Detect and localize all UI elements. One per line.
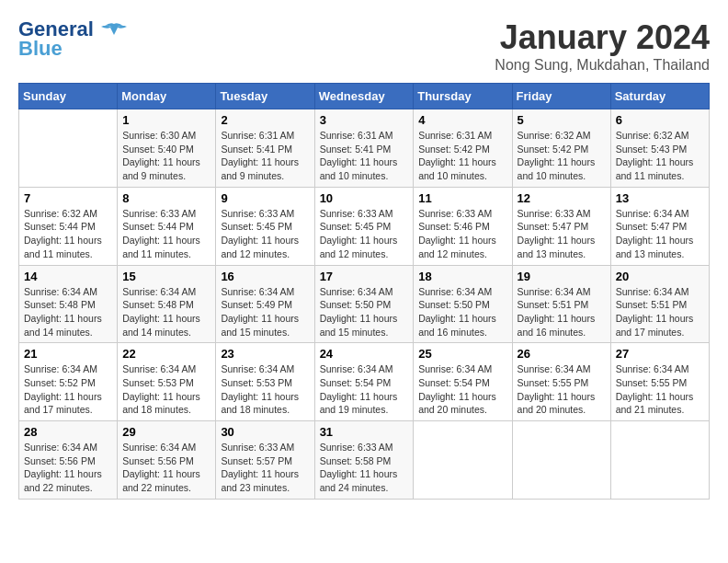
calendar-table: SundayMondayTuesdayWednesdayThursdayFrid… [18,83,710,500]
day-info: Sunrise: 6:34 AM Sunset: 5:50 PM Dayligh… [418,285,506,339]
calendar-cell: 21Sunrise: 6:34 AM Sunset: 5:52 PM Dayli… [19,343,118,421]
calendar-cell: 4Sunrise: 6:31 AM Sunset: 5:42 PM Daylig… [414,109,512,188]
calendar-cell: 18Sunrise: 6:34 AM Sunset: 5:50 PM Dayli… [414,265,512,343]
calendar-cell: 29Sunrise: 6:34 AM Sunset: 5:56 PM Dayli… [118,421,216,500]
day-info: Sunrise: 6:34 AM Sunset: 5:55 PM Dayligh… [518,362,606,417]
calendar-cell: 16Sunrise: 6:34 AM Sunset: 5:49 PM Dayli… [216,265,314,343]
weekday-header-row: SundayMondayTuesdayWednesdayThursdayFrid… [19,84,710,109]
calendar-cell: 26Sunrise: 6:34 AM Sunset: 5:55 PM Dayli… [512,343,610,421]
day-info: Sunrise: 6:34 AM Sunset: 5:50 PM Dayligh… [320,285,409,339]
calendar-week-2: 7Sunrise: 6:32 AM Sunset: 5:44 PM Daylig… [19,187,710,265]
day-info: Sunrise: 6:34 AM Sunset: 5:54 PM Dayligh… [320,362,409,417]
day-info: Sunrise: 6:34 AM Sunset: 5:48 PM Dayligh… [24,285,112,339]
day-number: 31 [320,425,409,439]
day-number: 17 [320,270,409,283]
location: Nong Sung, Mukdahan, Thailand [495,57,710,74]
calendar-cell: 19Sunrise: 6:34 AM Sunset: 5:51 PM Dayli… [512,265,610,343]
calendar-cell: 3Sunrise: 6:31 AM Sunset: 5:41 PM Daylig… [314,109,414,188]
day-number: 21 [24,347,112,361]
day-info: Sunrise: 6:34 AM Sunset: 5:53 PM Dayligh… [122,362,210,417]
day-number: 10 [320,191,409,205]
calendar-cell: 7Sunrise: 6:32 AM Sunset: 5:44 PM Daylig… [19,187,118,265]
day-number: 8 [122,191,210,205]
calendar-cell: 9Sunrise: 6:33 AM Sunset: 5:45 PM Daylig… [216,187,314,265]
weekday-header-wednesday: Wednesday [314,84,414,109]
calendar-cell: 27Sunrise: 6:34 AM Sunset: 5:55 PM Dayli… [610,343,709,421]
day-number: 19 [518,270,606,283]
day-info: Sunrise: 6:34 AM Sunset: 5:48 PM Dayligh… [122,285,210,339]
calendar-cell [19,109,118,188]
calendar-cell: 12Sunrise: 6:33 AM Sunset: 5:47 PM Dayli… [512,187,610,265]
day-number: 30 [221,425,309,439]
day-number: 25 [418,347,506,361]
day-info: Sunrise: 6:32 AM Sunset: 5:43 PM Dayligh… [616,129,704,183]
day-number: 7 [24,191,112,205]
calendar-cell [512,421,610,500]
day-info: Sunrise: 6:34 AM Sunset: 5:54 PM Dayligh… [418,362,506,417]
calendar-cell: 24Sunrise: 6:34 AM Sunset: 5:54 PM Dayli… [314,343,414,421]
day-number: 13 [616,191,704,205]
day-number: 1 [122,113,210,127]
day-number: 23 [221,347,309,361]
day-info: Sunrise: 6:32 AM Sunset: 5:44 PM Dayligh… [24,207,112,261]
calendar-cell: 10Sunrise: 6:33 AM Sunset: 5:45 PM Dayli… [314,187,414,265]
day-info: Sunrise: 6:34 AM Sunset: 5:49 PM Dayligh… [221,285,309,339]
day-info: Sunrise: 6:34 AM Sunset: 5:53 PM Dayligh… [221,362,309,417]
logo-bird-icon [101,22,127,39]
calendar-cell: 6Sunrise: 6:32 AM Sunset: 5:43 PM Daylig… [610,109,709,188]
day-number: 3 [320,113,409,127]
calendar-cell: 2Sunrise: 6:31 AM Sunset: 5:41 PM Daylig… [216,109,314,188]
page-header: General Blue January 2024 Nong Sung, Muk… [18,18,710,74]
weekday-header-thursday: Thursday [414,84,512,109]
calendar-cell [414,421,512,500]
day-number: 24 [320,347,409,361]
calendar-cell: 23Sunrise: 6:34 AM Sunset: 5:53 PM Dayli… [216,343,314,421]
calendar-cell: 13Sunrise: 6:34 AM Sunset: 5:47 PM Dayli… [610,187,709,265]
calendar-week-5: 28Sunrise: 6:34 AM Sunset: 5:56 PM Dayli… [19,421,710,500]
logo-blue: Blue [18,37,63,61]
day-number: 14 [24,270,112,283]
calendar-cell: 30Sunrise: 6:33 AM Sunset: 5:57 PM Dayli… [216,421,314,500]
weekday-header-monday: Monday [118,84,216,109]
day-number: 29 [122,425,210,439]
day-number: 6 [616,113,704,127]
day-info: Sunrise: 6:34 AM Sunset: 5:51 PM Dayligh… [616,285,704,339]
calendar-cell: 20Sunrise: 6:34 AM Sunset: 5:51 PM Dayli… [610,265,709,343]
day-number: 26 [518,347,606,361]
calendar-week-3: 14Sunrise: 6:34 AM Sunset: 5:48 PM Dayli… [19,265,710,343]
day-info: Sunrise: 6:33 AM Sunset: 5:47 PM Dayligh… [518,207,606,261]
day-info: Sunrise: 6:31 AM Sunset: 5:41 PM Dayligh… [320,129,409,183]
day-info: Sunrise: 6:33 AM Sunset: 5:57 PM Dayligh… [221,441,309,495]
calendar-cell: 22Sunrise: 6:34 AM Sunset: 5:53 PM Dayli… [118,343,216,421]
logo: General Blue [18,18,127,61]
calendar-cell: 31Sunrise: 6:33 AM Sunset: 5:58 PM Dayli… [314,421,414,500]
day-number: 16 [221,270,309,283]
calendar-cell [610,421,709,500]
calendar-cell: 15Sunrise: 6:34 AM Sunset: 5:48 PM Dayli… [118,265,216,343]
day-info: Sunrise: 6:34 AM Sunset: 5:56 PM Dayligh… [24,441,112,495]
day-number: 4 [418,113,506,127]
title-block: January 2024 Nong Sung, Mukdahan, Thaila… [495,18,710,74]
day-info: Sunrise: 6:34 AM Sunset: 5:56 PM Dayligh… [122,441,210,495]
calendar-cell: 1Sunrise: 6:30 AM Sunset: 5:40 PM Daylig… [118,109,216,188]
day-number: 9 [221,191,309,205]
day-info: Sunrise: 6:33 AM Sunset: 5:44 PM Dayligh… [122,207,210,261]
day-info: Sunrise: 6:34 AM Sunset: 5:52 PM Dayligh… [24,362,112,417]
day-number: 28 [24,425,112,439]
day-number: 27 [616,347,704,361]
calendar-cell: 14Sunrise: 6:34 AM Sunset: 5:48 PM Dayli… [19,265,118,343]
calendar-cell: 25Sunrise: 6:34 AM Sunset: 5:54 PM Dayli… [414,343,512,421]
day-info: Sunrise: 6:34 AM Sunset: 5:47 PM Dayligh… [616,207,704,261]
calendar-cell: 8Sunrise: 6:33 AM Sunset: 5:44 PM Daylig… [118,187,216,265]
calendar-week-4: 21Sunrise: 6:34 AM Sunset: 5:52 PM Dayli… [19,343,710,421]
calendar-week-1: 1Sunrise: 6:30 AM Sunset: 5:40 PM Daylig… [19,109,710,188]
day-number: 5 [518,113,606,127]
day-number: 2 [221,113,309,127]
weekday-header-friday: Friday [512,84,610,109]
day-info: Sunrise: 6:33 AM Sunset: 5:46 PM Dayligh… [418,207,506,261]
day-number: 22 [122,347,210,361]
day-info: Sunrise: 6:34 AM Sunset: 5:55 PM Dayligh… [616,362,704,417]
month-title: January 2024 [495,18,710,57]
weekday-header-sunday: Sunday [19,84,118,109]
calendar-cell: 5Sunrise: 6:32 AM Sunset: 5:42 PM Daylig… [512,109,610,188]
